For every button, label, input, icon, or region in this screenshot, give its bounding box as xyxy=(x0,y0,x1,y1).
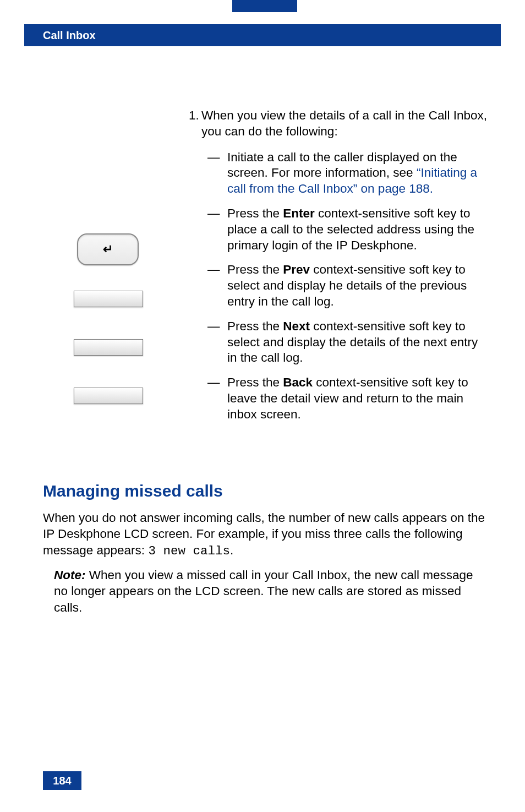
key-illustrations: ↵ xyxy=(43,108,189,436)
substep-3-prefix: Press the xyxy=(227,263,283,276)
substep-5-prefix: Press the xyxy=(227,375,283,389)
substep-3-key: Prev xyxy=(283,263,310,276)
substep-1: — Initiate a call to the caller displaye… xyxy=(207,150,489,197)
substep-4-key: Next xyxy=(283,319,310,333)
note-paragraph: Note: When you view a missed call in you… xyxy=(54,567,489,615)
para1-period: . xyxy=(230,543,233,557)
softkey-back xyxy=(74,388,143,404)
dash-icon: — xyxy=(207,262,227,309)
step-text: 1. When you view the details of a call i… xyxy=(189,108,489,436)
enter-icon: ↵ xyxy=(103,242,113,257)
note-label: Note: xyxy=(54,568,86,582)
substep-4-prefix: Press the xyxy=(227,319,283,333)
substep-5: — Press the Back context-sensitive soft … xyxy=(207,375,489,422)
top-tab-marker xyxy=(232,0,297,12)
step-number: 1. xyxy=(189,108,201,140)
softkey-next xyxy=(74,339,143,356)
para1-mono: 3 new calls xyxy=(148,544,230,558)
step-1: 1. When you view the details of a call i… xyxy=(189,108,489,140)
substep-5-key: Back xyxy=(283,375,313,389)
dash-icon: — xyxy=(207,150,227,197)
instruction-block: ↵ 1. When you view the details of a call… xyxy=(43,108,489,436)
substep-4: — Press the Next context-sensitive soft … xyxy=(207,319,489,366)
page-header: Call Inbox xyxy=(24,24,501,46)
page-number: 184 xyxy=(43,771,81,790)
substep-2-prefix: Press the xyxy=(227,206,283,220)
page-header-title: Call Inbox xyxy=(43,29,96,42)
substep-2-key: Enter xyxy=(283,206,315,220)
substep-2: — Press the Enter context-sensitive soft… xyxy=(207,206,489,253)
missed-calls-paragraph: When you do not answer incoming calls, t… xyxy=(43,510,489,559)
enter-key-button: ↵ xyxy=(77,233,139,265)
substep-3: — Press the Prev context-sensitive soft … xyxy=(207,262,489,309)
dash-icon: — xyxy=(207,206,227,253)
heading-managing-missed-calls: Managing missed calls xyxy=(43,482,223,500)
dash-icon: — xyxy=(207,319,227,366)
step-intro: When you view the details of a call in t… xyxy=(201,108,489,140)
softkey-prev xyxy=(74,291,143,307)
dash-icon: — xyxy=(207,375,227,422)
note-text: When you view a missed call in your Call… xyxy=(54,568,473,614)
para1-text: When you do not answer incoming calls, t… xyxy=(43,511,485,557)
